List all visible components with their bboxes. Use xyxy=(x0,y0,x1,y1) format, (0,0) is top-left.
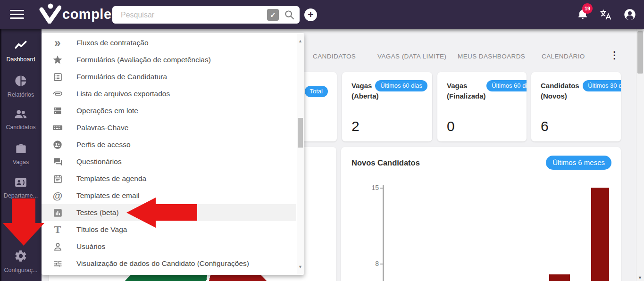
menu-item-label: Visualização de dados do Candidato (Conf… xyxy=(76,259,249,268)
menu-item-lista-de-arquivos-exportados[interactable]: Lista de arquivos exportados xyxy=(42,85,296,102)
keyboard-icon xyxy=(51,123,64,133)
title-icon: T xyxy=(51,223,64,236)
menu-item-formularios-avaliacao-de-competencias[interactable]: Formulários (Avaliação de competências) xyxy=(42,51,296,68)
sidebar-item-label: Dashboard xyxy=(0,56,42,63)
stat-card-value: 0 xyxy=(447,118,455,134)
logo-text: compleo xyxy=(62,7,120,22)
list-alt-icon xyxy=(51,72,64,82)
sidebar-item-label: Departame... xyxy=(0,192,42,199)
tab-meus-dashboards[interactable]: MEUS DASHBOARDS xyxy=(458,53,525,60)
y-tick-label-8: 8 xyxy=(365,260,379,267)
stat-card-period-badge: Últimos 30 dias xyxy=(583,80,621,91)
menu-item-label: Testes (beta) xyxy=(76,208,119,217)
stat-card-candidatos-novos-: Candidatos (Novos)Últimos 30 dias6 xyxy=(531,72,621,141)
forum-icon xyxy=(51,157,64,167)
red-arrow-down-head xyxy=(3,223,44,246)
line-chart-icon xyxy=(0,40,42,54)
translate-icon[interactable] xyxy=(599,8,612,21)
notifications-button[interactable]: 19 xyxy=(577,8,588,22)
search-input[interactable] xyxy=(112,11,267,19)
y-tick-label-15: 15 xyxy=(365,184,379,191)
menu-item-usuarios[interactable]: Usuários xyxy=(42,238,296,255)
page-scrollbar-thumb[interactable] xyxy=(637,31,643,74)
menu-item-perfis-de-acesso[interactable]: Perfis de acesso xyxy=(42,136,296,153)
menu-scrollbar[interactable]: ▲ ▼ xyxy=(297,34,304,274)
person-icon xyxy=(51,242,64,252)
tab-vagas-data-limite-[interactable]: VAGAS (DATA LIMITE) xyxy=(377,53,446,60)
y-tick-15 xyxy=(380,188,383,189)
briefcase-icon xyxy=(0,143,42,157)
stat-card-value: 2 xyxy=(351,118,360,134)
scroll-down-arrow-icon[interactable]: ▼ xyxy=(638,275,642,280)
tabs-more-icon[interactable]: ⋮ xyxy=(610,50,619,60)
sidebar-item-departame[interactable]: Departame... xyxy=(0,177,42,199)
page-scrollbar[interactable]: ▼ xyxy=(636,29,644,281)
gear-icon xyxy=(0,249,42,264)
menu-item-templates-de-agenda[interactable]: Templates de agenda xyxy=(42,170,296,187)
menu-item-label: Operações em lote xyxy=(76,107,138,115)
account-avatar-icon[interactable] xyxy=(623,8,636,21)
search-box: ✓ xyxy=(112,6,300,24)
tab-calend-rio[interactable]: CALENDÁRIO xyxy=(542,53,585,60)
menu-item-label: Formulários de Candidatura xyxy=(76,73,167,81)
menu-item-fluxos-de-contratacao[interactable]: »Fluxos de contratação xyxy=(42,34,296,51)
chart-period-badge: Últimos 6 meses xyxy=(546,156,611,170)
sidebar-item-configura[interactable]: Configuraç... xyxy=(0,249,42,273)
settings-dropdown-menu: »Fluxos de contrataçãoFormulários (Avali… xyxy=(42,33,304,275)
sidebar-item-label: Candidatos xyxy=(0,124,42,131)
menu-item-label: Fluxos de contratação xyxy=(76,39,149,47)
sidebar-item-label: Relatórios xyxy=(0,91,42,98)
attachment-icon xyxy=(51,89,64,99)
menu-item-label: Títulos de Vaga xyxy=(76,225,127,234)
menu-item-label: Palavras-Chave xyxy=(76,124,128,132)
menu-item-palavras-chave[interactable]: Palavras-Chave xyxy=(42,119,296,136)
menu-item-visualizacao-de-dados-do-candidato-configuracoes[interactable]: Visualização de dados do Candidato (Conf… xyxy=(42,255,296,272)
notification-count-badge: 19 xyxy=(582,3,593,14)
pie-chart-icon xyxy=(0,74,42,89)
search-icon[interactable] xyxy=(284,9,295,20)
menu-item-label: Templates de agenda xyxy=(76,174,146,183)
stat-card-vagas-finalizada-: Vagas (Finalizada)Últimos 60 dias0 xyxy=(437,72,527,141)
double-arrow-icon: » xyxy=(51,36,64,50)
sidebar-left-edge xyxy=(0,29,1,281)
add-button[interactable]: + xyxy=(304,8,317,21)
chart-y-axis xyxy=(383,185,384,281)
stat-card-vagas-aberta-: Vagas (Aberta)Últimos 60 dias2 xyxy=(342,72,432,141)
app-logo[interactable]: compleo xyxy=(39,3,120,25)
red-arrow-left-shaft xyxy=(156,204,197,221)
menu-item-formularios-de-candidatura[interactable]: Formulários de Candidatura xyxy=(42,68,296,85)
menu-item-operacoes-em-lote[interactable]: Operações em lote xyxy=(42,102,296,119)
y-tick-8 xyxy=(380,264,383,264)
menu-item-questionarios[interactable]: Questionários xyxy=(42,153,296,170)
sidebar-item-dashboard[interactable]: Dashboard xyxy=(0,40,42,63)
tune-icon xyxy=(51,259,64,269)
menu-scrollbar-thumb[interactable] xyxy=(298,118,303,148)
people-circle-icon xyxy=(51,140,64,150)
bar-value-7 xyxy=(549,274,570,281)
sidebar-item-candidatos[interactable]: Candidatos xyxy=(0,108,42,131)
people-icon xyxy=(0,108,42,122)
menu-scroll-up-icon[interactable]: ▲ xyxy=(298,39,302,43)
bar-chart-card: Novos Candidatos Últimos 6 meses 15 8 xyxy=(341,147,621,281)
menu-item-label: Formulários (Avaliação de competências) xyxy=(76,56,211,64)
hamburger-menu-icon[interactable] xyxy=(10,10,24,20)
menu-item-titulos-de-vaga[interactable]: TTítulos de Vaga xyxy=(42,221,296,238)
sidebar-item-vagas[interactable]: Vagas xyxy=(0,143,42,165)
bar-value-15 xyxy=(591,188,609,281)
stat-card-period-badge: Últimos 60 dias xyxy=(375,80,427,91)
red-arrow-down-annotation xyxy=(12,198,35,224)
tab-candidatos[interactable]: CANDIDATOS xyxy=(313,53,356,60)
contacts-icon xyxy=(0,177,42,190)
menu-item-label: Perfis de acesso xyxy=(76,140,131,149)
sidebar-item-relatrios[interactable]: Relatórios xyxy=(0,74,42,98)
search-filter-checkbox[interactable]: ✓ xyxy=(267,9,279,21)
at-icon: @ xyxy=(51,190,64,201)
menu-scroll-down-icon[interactable]: ▼ xyxy=(298,264,302,269)
stat-card-period-badge: Total xyxy=(305,86,328,97)
stat-card-period-badge: Últimos 60 dias xyxy=(486,80,527,91)
star-icon xyxy=(51,55,64,65)
logo-check-icon xyxy=(39,3,61,25)
bell-icon xyxy=(577,13,588,21)
sidebar-item-label: Vagas xyxy=(0,159,42,165)
menu-item-templates-de-email[interactable]: @Templates de email xyxy=(42,187,296,204)
